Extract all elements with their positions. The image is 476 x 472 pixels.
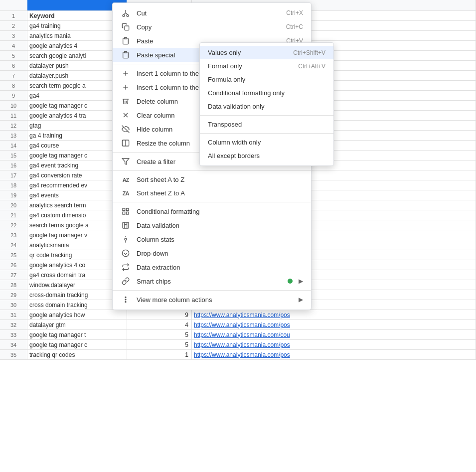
menu-divider <box>113 202 311 202</box>
cell-url-32[interactable]: https://www.analyticsmania.com/pos <box>192 320 476 329</box>
cell-keyword-35[interactable]: tracking qr codes <box>27 350 127 359</box>
row-num-31: 31 <box>0 310 27 319</box>
row-num-20: 20 <box>0 200 27 210</box>
menu-item-smart-chips[interactable]: Smart chips ▶ <box>113 274 311 288</box>
svg-point-26 <box>125 297 126 298</box>
menu-divider <box>113 170 311 171</box>
copy-icon <box>121 23 131 31</box>
create-filter-icon <box>121 157 131 165</box>
svg-point-22 <box>125 238 127 240</box>
row-num-29: 29 <box>0 290 27 300</box>
menu-item-sort-za[interactable]: ZA Sort sheet Z to A <box>113 186 311 200</box>
submenu-divider <box>200 133 333 134</box>
hide-column-icon <box>121 125 131 133</box>
menu-item-column-stats[interactable]: Column stats <box>113 232 311 246</box>
submenu-divider <box>200 115 333 116</box>
submenu-arrow: ▶ <box>299 296 303 303</box>
submenu-item-label: Values only <box>208 49 293 56</box>
menu-item-shortcut: Ctrl+C <box>286 23 303 30</box>
row-num-34: 34 <box>0 340 27 349</box>
cell-url-31[interactable]: https://www.analyticsmania.com/pos <box>192 310 476 319</box>
cell-position-32[interactable]: 4 <box>127 320 192 329</box>
submenu-item-column-width-only[interactable]: Column width only <box>200 136 333 149</box>
svg-rect-4 <box>124 51 127 53</box>
cell-keyword-34[interactable]: google tag manager c <box>27 340 127 349</box>
cell-keyword-32[interactable]: datalayer gtm <box>27 320 127 329</box>
svg-rect-17 <box>123 212 125 214</box>
cell-url-33[interactable]: https://www.analyticsmania.com/cou <box>192 330 476 339</box>
row-num-9: 9 <box>0 91 27 100</box>
menu-item-dropdown[interactable]: Drop-down <box>113 246 311 260</box>
row-num-19: 19 <box>0 190 27 200</box>
submenu-item-values-only[interactable]: Values only Ctrl+Shift+V <box>200 46 333 59</box>
cell-position-34[interactable]: 5 <box>127 340 192 349</box>
menu-item-label: Column stats <box>137 236 303 243</box>
svg-point-28 <box>125 302 126 303</box>
menu-item-view-more[interactable]: View more column actions ▶ <box>113 293 311 307</box>
submenu-item-data-validation-only[interactable]: Data validation only <box>200 100 333 113</box>
menu-item-shortcut: Ctrl+X <box>286 9 303 16</box>
submenu-item-shortcut: Ctrl+Alt+V <box>298 63 325 70</box>
svg-rect-18 <box>126 212 129 214</box>
svg-point-27 <box>125 299 126 300</box>
url-link[interactable]: https://www.analyticsmania.com/pos <box>194 341 290 348</box>
submenu-item-formula-only[interactable]: Formula only <box>200 73 333 86</box>
submenu-item-conditional-formatting-only[interactable]: Conditional formatting only <box>200 86 333 100</box>
row-num-1: 1 <box>0 11 27 20</box>
url-link[interactable]: https://www.analyticsmania.com/pos <box>194 351 290 358</box>
dropdown-icon <box>121 249 131 257</box>
menu-item-data-extraction[interactable]: Data extraction <box>113 260 311 274</box>
submenu-item-label: Column width only <box>208 139 325 146</box>
row-num-16: 16 <box>0 160 27 170</box>
menu-item-conditional-formatting[interactable]: Conditional formatting <box>113 204 311 218</box>
menu-item-label: Drop-down <box>137 250 303 257</box>
row-num-7: 7 <box>0 71 27 80</box>
cell-keyword-33[interactable]: google tag manager t <box>27 330 127 339</box>
cell-keyword-31[interactable]: google analytics how <box>27 310 127 319</box>
menu-item-sort-az[interactable]: AZ Sort sheet A to Z <box>113 173 311 186</box>
row-num-14: 14 <box>0 141 27 150</box>
submenu-item-transposed[interactable]: Transposed <box>200 118 333 131</box>
row-num-33: 33 <box>0 330 27 339</box>
submenu-arrow: ▶ <box>299 278 303 285</box>
sort-za-icon: ZA <box>121 190 131 196</box>
resize-column-icon <box>121 139 131 147</box>
cell-url-35[interactable]: https://www.analyticsmania.com/pos <box>192 350 476 359</box>
url-link[interactable]: https://www.analyticsmania.com/cou <box>194 331 290 338</box>
row-num-13: 13 <box>0 131 27 140</box>
column-stats-icon <box>121 235 131 243</box>
menu-item-label: Copy <box>137 23 281 31</box>
cell-position-35[interactable]: 1 <box>127 350 192 359</box>
menu-item-label: Conditional formatting <box>137 208 303 215</box>
row-num-3: 3 <box>0 31 27 40</box>
row-num-11: 11 <box>0 111 27 120</box>
cell-position-31[interactable]: 9 <box>127 310 192 319</box>
url-link[interactable]: https://www.analyticsmania.com/pos <box>194 321 290 328</box>
table-row: 33 google tag manager t 5 https://www.an… <box>0 330 476 340</box>
menu-item-cut[interactable]: Cut Ctrl+X <box>113 6 311 20</box>
menu-item-copy[interactable]: Copy Ctrl+C <box>113 20 311 34</box>
submenu-item-label: Formula only <box>208 76 325 83</box>
conditional-formatting-icon <box>121 207 131 215</box>
row-num-10: 10 <box>0 101 27 110</box>
sort-az-icon: AZ <box>121 177 131 183</box>
menu-item-data-validation[interactable]: Data validation <box>113 218 311 232</box>
row-num-35: 35 <box>0 350 27 359</box>
menu-item-label: View more column actions <box>137 296 295 304</box>
paste-special-submenu: Values only Ctrl+Shift+V Format only Ctr… <box>199 42 334 166</box>
submenu-item-all-except-borders[interactable]: All except borders <box>200 149 333 162</box>
svg-rect-3 <box>124 37 127 39</box>
cut-icon <box>121 9 131 17</box>
url-link[interactable]: https://www.analyticsmania.com/pos <box>194 312 290 318</box>
row-num-18: 18 <box>0 180 27 190</box>
row-num-2: 2 <box>0 21 27 30</box>
cell-position-33[interactable]: 5 <box>127 330 192 339</box>
submenu-item-label: Format only <box>208 62 298 70</box>
row-num-17: 17 <box>0 170 27 180</box>
row-num-15: 15 <box>0 151 27 160</box>
row-num-32: 32 <box>0 320 27 329</box>
submenu-item-format-only[interactable]: Format only Ctrl+Alt+V <box>200 59 333 73</box>
menu-item-label: Sort sheet Z to A <box>137 189 303 197</box>
cell-url-34[interactable]: https://www.analyticsmania.com/pos <box>192 340 476 349</box>
row-num-header-cell <box>0 0 27 11</box>
